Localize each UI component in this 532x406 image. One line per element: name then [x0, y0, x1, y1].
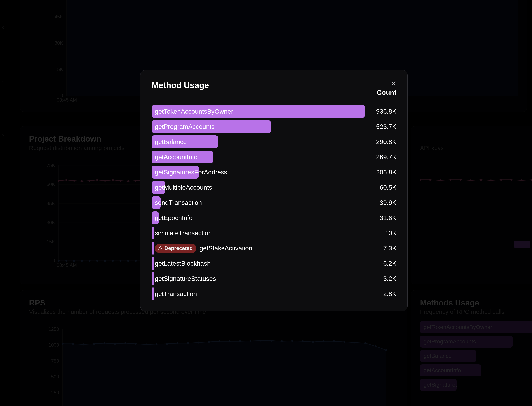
method-bar-fill — [152, 242, 154, 254]
modal-title: Method Usage — [152, 80, 209, 90]
method-usage-row: getProgramAccounts523.7K — [152, 120, 396, 133]
method-bar-label-wrap: getSignatureStatuses — [155, 272, 216, 285]
method-bar-fill — [152, 287, 154, 300]
method-usage-row: getTransaction2.8K — [152, 287, 396, 300]
method-name: getLatestBlockhash — [155, 260, 210, 267]
method-count: 3.2K — [365, 275, 396, 282]
method-bar-track: getTokenAccountsByOwner — [152, 105, 365, 118]
method-usage-row: getBalance290.8K — [152, 136, 396, 148]
method-name: getSignatureStatuses — [155, 275, 216, 282]
close-icon — [391, 80, 396, 86]
method-name: getEpochInfo — [155, 214, 193, 222]
method-usage-rows: getTokenAccountsByOwner936.8KgetProgramA… — [152, 105, 396, 300]
method-name: getProgramAccounts — [155, 123, 215, 130]
svg-point-194 — [160, 249, 161, 250]
method-usage-row: simulateTransaction10K — [152, 227, 396, 239]
method-bar-track: getBalance — [152, 136, 365, 148]
method-bar-label-wrap: getProgramAccounts — [155, 120, 215, 133]
method-bar-fill — [152, 227, 154, 239]
modal-header: Method Usage Count — [152, 80, 396, 96]
method-count: 2.8K — [365, 290, 396, 297]
method-name: simulateTransaction — [155, 229, 212, 237]
method-name: getMultipleAccounts — [155, 184, 212, 191]
method-usage-row: getTokenAccountsByOwner936.8K — [152, 105, 396, 118]
method-count: 523.7K — [365, 123, 396, 130]
method-bar-fill — [152, 257, 154, 270]
method-count: 31.6K — [365, 214, 396, 222]
method-bar-label-wrap: getTokenAccountsByOwner — [155, 105, 233, 118]
method-bar-label-wrap: getTransaction — [155, 287, 197, 300]
method-usage-row: getSignaturesForAddress206.8K — [152, 166, 396, 179]
method-bar-label-wrap: getMultipleAccounts — [155, 181, 212, 194]
method-bar-track: getProgramAccounts — [152, 120, 365, 133]
method-count: 7.3K — [365, 245, 396, 252]
method-name: getBalance — [155, 138, 187, 146]
method-count: 206.8K — [365, 169, 396, 176]
method-bar-label-wrap: simulateTransaction — [155, 227, 212, 239]
method-count: 269.7K — [365, 153, 396, 161]
close-button[interactable] — [391, 80, 396, 86]
method-usage-modal: Method Usage Count getTokenAccountsByOwn… — [140, 70, 408, 312]
method-bar-track: getMultipleAccounts — [152, 181, 365, 194]
warning-icon — [158, 246, 163, 251]
method-bar-track: getSignaturesForAddress — [152, 166, 365, 179]
method-name: getTokenAccountsByOwner — [155, 108, 233, 115]
method-name: sendTransaction — [155, 199, 202, 206]
method-bar-label-wrap: getAccountInfo — [155, 151, 197, 163]
method-bar-track: getEpochInfo — [152, 211, 365, 224]
method-bar-track: simulateTransaction — [152, 227, 365, 239]
method-name: getAccountInfo — [155, 153, 197, 161]
method-name: getTransaction — [155, 290, 197, 297]
method-bar-label-wrap: getLatestBlockhash — [155, 257, 210, 270]
method-bar-label-wrap: getBalance — [155, 136, 187, 148]
method-usage-row: getSignatureStatuses3.2K — [152, 272, 396, 285]
method-name: getSignaturesForAddress — [155, 169, 227, 176]
method-name: getStakeActivation — [200, 245, 252, 252]
method-count: 10K — [365, 229, 396, 237]
method-bar-label-wrap: sendTransaction — [155, 196, 202, 209]
method-bar-label-wrap: getEpochInfo — [155, 211, 193, 224]
deprecated-pill: Deprecated — [155, 244, 196, 253]
method-bar-fill — [152, 272, 154, 285]
method-bar-track: getTransaction — [152, 287, 365, 300]
method-count: 60.5K — [365, 184, 396, 191]
method-bar-track: sendTransaction — [152, 196, 365, 209]
method-count: 39.9K — [365, 199, 396, 206]
method-usage-row: getLatestBlockhash6.2K — [152, 257, 396, 270]
method-bar-track: DeprecatedgetStakeActivation — [152, 242, 365, 254]
method-bar-label-wrap: DeprecatedgetStakeActivation — [155, 242, 252, 254]
method-usage-row: DeprecatedgetStakeActivation7.3K — [152, 242, 396, 254]
method-bar-track: getSignatureStatuses — [152, 272, 365, 285]
method-bar-track: getAccountInfo — [152, 151, 365, 163]
method-usage-row: sendTransaction39.9K — [152, 196, 396, 209]
method-count: 6.2K — [365, 260, 396, 267]
method-bar-label-wrap: getSignaturesForAddress — [155, 166, 227, 179]
deprecated-label: Deprecated — [164, 245, 193, 251]
count-column-label: Count — [377, 88, 396, 96]
method-usage-row: getMultipleAccounts60.5K — [152, 181, 396, 194]
method-bar-track: getLatestBlockhash — [152, 257, 365, 270]
method-usage-row: getEpochInfo31.6K — [152, 211, 396, 224]
method-count: 290.8K — [365, 138, 396, 146]
method-count: 936.8K — [365, 108, 396, 115]
method-usage-row: getAccountInfo269.7K — [152, 151, 396, 163]
